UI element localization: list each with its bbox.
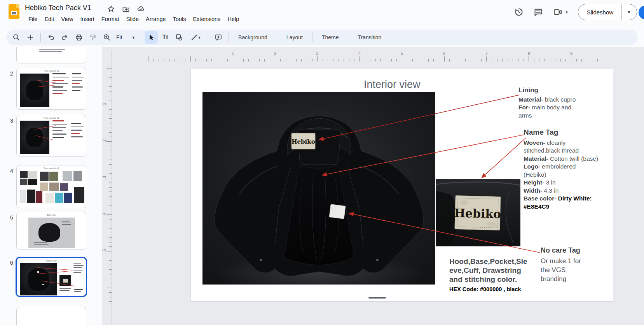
name-tag-line: stitched,black thread	[524, 147, 598, 155]
name-tag-line: Base color- Dirty White:	[524, 195, 598, 203]
v-ruler-number: 1	[102, 100, 106, 108]
no-care-line: branding	[541, 274, 581, 283]
thumb-text-line	[71, 136, 83, 137]
menu-format[interactable]: Format	[98, 15, 123, 23]
slide-thumbnail-7-partial[interactable]	[16, 307, 86, 325]
slides-logo-icon[interactable]	[9, 4, 19, 19]
h-ruler-number: 9	[567, 51, 575, 56]
color-note-line: and stitching color.	[449, 275, 527, 284]
thumb-ref-tile	[45, 193, 54, 203]
h-ruler-number: 7	[483, 51, 490, 56]
thumb-text-line	[74, 289, 83, 290]
slide-thumbnail-4[interactable]: Front view info v3	[16, 165, 86, 208]
menu-edit[interactable]: Edit	[41, 15, 58, 23]
avatar[interactable]	[639, 5, 644, 19]
comments-icon[interactable]	[534, 7, 543, 17]
meet-controls[interactable]: ▾	[553, 7, 568, 17]
no-care-tag-annotation[interactable]: No care Tag Or make 1 for the VGS brandi…	[541, 246, 581, 283]
thumb-text-line	[73, 267, 82, 268]
thumb-decor	[72, 73, 84, 91]
lining-annotation[interactable]: Lining Material- black cupro For- main b…	[518, 86, 576, 119]
thumb-decor	[71, 123, 84, 137]
thumb-ref-tile	[20, 190, 26, 203]
h-ruler-number: 4	[356, 51, 363, 56]
thumb-text-line	[71, 126, 84, 128]
thumb-text-line	[72, 73, 81, 74]
slide-thumbnail-6-selected[interactable]: Interior view	[16, 257, 87, 297]
thumb-decor	[39, 49, 66, 52]
move-folder-icon[interactable]	[122, 5, 130, 13]
slideshow-dropdown[interactable]: ▼	[621, 10, 637, 14]
thumb-text-line	[59, 288, 71, 289]
slide-number: 4	[4, 167, 13, 174]
menu-help[interactable]: Help	[224, 15, 243, 23]
menu-slide[interactable]: Slide	[123, 15, 142, 23]
slide-thumbnail-2[interactable]: Front view/info v1	[16, 68, 86, 110]
canvas-scroll-stub[interactable]	[368, 297, 386, 299]
cloud-status-icon[interactable]	[137, 5, 145, 13]
zoom-in-button[interactable]	[100, 31, 113, 44]
jacket-interior-photo[interactable]: Hebiko	[202, 92, 435, 285]
menu-arrange[interactable]: Arrange	[142, 15, 169, 23]
redo-button[interactable]	[58, 31, 72, 44]
thumb-ref-tile	[63, 171, 72, 181]
h-ruler-number: 5	[398, 51, 406, 56]
thumb-text-line	[52, 83, 68, 84]
h-ruler-number: 6	[440, 51, 448, 56]
menu-view[interactable]: View	[58, 15, 77, 23]
menu-tools[interactable]: Tools	[169, 15, 190, 23]
select-tool-button[interactable]	[145, 31, 158, 44]
slide-filmstrip: 2 Front view/info v1 3 Front view info	[0, 47, 102, 325]
thumb-text-line	[62, 224, 71, 225]
thumb-text-line	[39, 49, 65, 50]
print-button[interactable]	[72, 31, 86, 44]
plus-icon	[26, 33, 34, 41]
slide-thumbnail-5[interactable]: Back view	[16, 212, 86, 250]
line-tool-button[interactable]: ▾	[187, 31, 204, 44]
thumb-text-line	[72, 80, 82, 81]
new-slide-button[interactable]	[24, 31, 37, 44]
name-tag-closeup-photo[interactable]: Hebiko	[436, 179, 520, 246]
thumb-text-line	[73, 270, 83, 271]
shape-icon	[175, 33, 183, 41]
name-tag-heading: Name Tag	[524, 128, 598, 137]
slide-page[interactable]: Interior view He	[190, 68, 613, 302]
slideshow-split-button: Slideshow ▼	[578, 4, 637, 20]
menu-bar: File Edit View Insert Format Slide Arran…	[25, 15, 243, 23]
search-tool-button[interactable]	[10, 31, 23, 44]
menu-extensions[interactable]: Extensions	[189, 15, 224, 23]
background-button[interactable]: Background	[232, 34, 274, 40]
document-title[interactable]: Hebiko Tech Pack V1	[25, 4, 91, 12]
thumb-ref-tile	[40, 183, 48, 191]
theme-button[interactable]: Theme	[316, 34, 345, 40]
transition-button[interactable]: Transition	[351, 34, 387, 40]
menu-file[interactable]: File	[25, 15, 41, 23]
zoom-select[interactable]: Fit ▾	[114, 34, 138, 40]
thumb-decor	[62, 221, 73, 225]
color-note-annotation[interactable]: Hood,Base,Pocket,Sle eve,Cuff, Drawstrin…	[449, 257, 527, 294]
shape-tool-button[interactable]	[173, 31, 186, 44]
insert-comment-button[interactable]	[212, 31, 225, 44]
text-box-tool-button[interactable]: Tt	[159, 31, 172, 44]
thumb-text-line	[74, 291, 81, 292]
thumb-text-line	[52, 120, 64, 121]
undo-button[interactable]	[44, 31, 58, 44]
star-icon[interactable]	[107, 5, 115, 13]
cuff-snap	[260, 259, 262, 261]
slide-thumbnail-1-partial[interactable]	[16, 47, 86, 63]
thumb-text-line	[72, 86, 83, 88]
version-history-icon[interactable]	[514, 7, 524, 17]
collar-name-tag: Hebiko	[291, 133, 315, 149]
care-tab	[329, 204, 346, 219]
thumbnail-title: Interior view	[17, 260, 86, 262]
slide-title[interactable]: Interior view	[364, 79, 421, 91]
slideshow-button[interactable]: Slideshow	[578, 9, 621, 16]
paint-format-button[interactable]	[86, 31, 99, 44]
thumb-ref-tile	[36, 191, 42, 203]
layout-button[interactable]: Layout	[280, 34, 309, 40]
slide-thumbnail-3[interactable]: Front view info V2	[16, 115, 86, 157]
menu-insert[interactable]: Insert	[77, 15, 98, 23]
camera-icon	[553, 7, 562, 17]
chevron-down-icon: ▾	[565, 10, 568, 15]
name-tag-annotation[interactable]: Name Tag Woven- cleanly stitched,black t…	[524, 128, 598, 211]
